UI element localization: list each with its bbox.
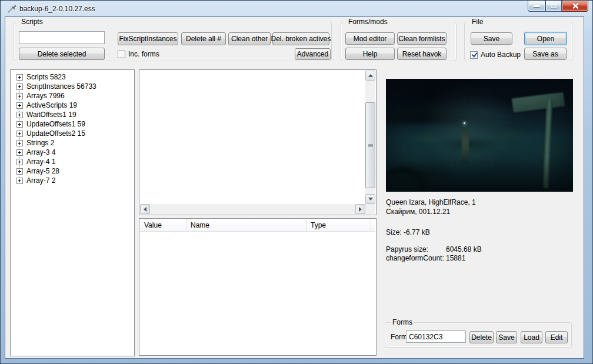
log-line — [145, 112, 361, 121]
clean-other-button[interactable]: Clean other — [228, 32, 271, 45]
expand-plus-icon[interactable] — [16, 168, 23, 175]
tree-item-label: ActiveScripts 19 — [26, 101, 77, 109]
scrollbar-thumb[interactable] — [365, 102, 375, 188]
expand-plus-icon[interactable] — [16, 93, 23, 99]
advanced-button[interactable]: Advanced — [295, 48, 331, 60]
expand-plus-icon[interactable] — [16, 178, 23, 184]
location-info-line: Скайрим, 001.12.21 — [386, 208, 450, 216]
delete-selected-button[interactable]: Delete selected — [19, 48, 105, 60]
tree-item[interactable]: UpdateOffsets1 59 — [11, 119, 134, 129]
triangle-right-icon — [359, 207, 362, 212]
inc-forms-checkbox[interactable]: Inc. forms — [118, 50, 159, 58]
log-line — [145, 104, 361, 112]
tree-item[interactable]: WaitOffsets1 19 — [11, 110, 134, 119]
mod-editor-button[interactable]: Mod editor — [345, 32, 395, 45]
delete-all-button[interactable]: Delete all # — [181, 32, 226, 45]
forms-mods-groupbox: Forms/mods Mod editor Clean formlists He… — [341, 22, 457, 61]
tree-item[interactable]: Array-3 4 — [11, 148, 134, 157]
reset-havok-button[interactable]: Reset havok — [397, 48, 447, 60]
tree-item[interactable]: Array-5 28 — [11, 166, 134, 176]
auto-backup-checkbox[interactable]: Auto Backup — [470, 51, 521, 59]
tree-item-label: Scripts 5823 — [26, 73, 66, 81]
expand-plus-icon[interactable] — [16, 140, 23, 146]
column-header-name[interactable]: Name — [186, 219, 307, 231]
log-line — [145, 170, 361, 178]
expand-plus-icon[interactable] — [16, 121, 23, 128]
maximize-button[interactable] — [545, 1, 562, 12]
triangle-up-icon — [368, 74, 373, 77]
titlebar[interactable]: backup-6_2-0.10.27.ess — [1, 1, 592, 17]
expand-plus-icon[interactable] — [16, 84, 23, 90]
formid-input[interactable] — [406, 330, 466, 343]
papyrus-size-value: 6045.68 kB — [446, 245, 482, 253]
size-info-line: Size: -6.77 kB — [386, 228, 430, 236]
vignette-overlay — [386, 79, 573, 192]
scrollbar-corner — [365, 204, 375, 214]
checkbox-box-icon[interactable] — [118, 51, 125, 58]
horizontal-scrollbar[interactable] — [140, 204, 365, 214]
scroll-right-button[interactable] — [355, 204, 365, 214]
log-line — [145, 96, 361, 104]
fix-script-instances-button[interactable]: FixScriptInstances — [118, 32, 178, 45]
tree-item[interactable]: ActiveScripts 19 — [11, 101, 134, 110]
expand-plus-icon[interactable] — [16, 159, 23, 165]
tree-item-label: Array-5 28 — [26, 167, 59, 175]
checkmark-icon[interactable] — [470, 51, 478, 59]
app-window: backup-6_2-0.10.27.ess Scripts Delete se… — [0, 0, 593, 364]
log-line — [145, 186, 361, 195]
maximize-icon — [551, 4, 557, 8]
window-title: backup-6_2-0.10.27.ess — [19, 5, 95, 13]
triangle-left-icon — [144, 207, 146, 212]
log-text — [140, 70, 365, 204]
expand-plus-icon[interactable] — [16, 74, 23, 81]
scroll-left-button[interactable] — [140, 204, 150, 214]
tree-item[interactable]: Array-4 1 — [11, 157, 134, 166]
minimize-button[interactable] — [528, 1, 545, 12]
form-load-button[interactable]: Load — [521, 331, 542, 343]
results-table[interactable]: Value Name Type — [139, 218, 377, 356]
forms-mods-group-label: Forms/mods — [347, 18, 389, 26]
form-edit-button[interactable]: Edit — [545, 331, 568, 343]
del-broken-actives-button[interactable]: Del. broken actives — [272, 32, 329, 45]
tree-item[interactable]: Strings 2 — [11, 138, 134, 148]
save-contents-tree[interactable]: Scripts 5823 ScriptInstances 56733 Array… — [10, 69, 135, 356]
column-header-value[interactable]: Value — [140, 219, 186, 231]
tree-item-label: Strings 2 — [26, 139, 54, 147]
scripts-filter-input[interactable] — [19, 31, 105, 44]
scripts-groupbox: Scripts Delete selected FixScriptInstanc… — [14, 22, 332, 61]
form-save-button[interactable]: Save — [496, 331, 517, 343]
save-button[interactable]: Save — [471, 32, 512, 45]
tree-item[interactable]: Scripts 5823 — [11, 72, 134, 82]
log-line — [145, 137, 361, 145]
save-as-button[interactable]: Save as — [524, 48, 567, 60]
table-body[interactable] — [140, 232, 375, 355]
log-line — [145, 129, 361, 137]
expand-plus-icon[interactable] — [16, 149, 23, 156]
open-button[interactable]: Open — [524, 32, 567, 45]
tree-item-label: ScriptInstances 56733 — [26, 82, 96, 91]
log-line — [145, 79, 361, 88]
auto-backup-label: Auto Backup — [481, 51, 521, 59]
scroll-down-button[interactable] — [365, 194, 375, 204]
expand-plus-icon[interactable] — [16, 102, 23, 109]
help-button[interactable]: Help — [345, 48, 395, 60]
tree-item[interactable]: ScriptInstances 56733 — [11, 82, 134, 91]
tree-item-label: Arrays 7996 — [26, 92, 65, 100]
tree-item[interactable]: Array-7 2 — [11, 176, 134, 185]
log-output-panel[interactable] — [139, 69, 377, 215]
column-header-type[interactable]: Type — [307, 219, 371, 231]
scripts-group-label: Scripts — [19, 18, 45, 26]
scroll-up-button[interactable] — [365, 71, 375, 81]
clean-formlists-button[interactable]: Clean formlists — [397, 32, 447, 45]
form-delete-button[interactable]: Delete — [469, 331, 494, 343]
close-button[interactable] — [562, 1, 588, 12]
tree-item[interactable]: Arrays 7996 — [11, 91, 134, 101]
vertical-scrollbar[interactable] — [365, 71, 375, 204]
log-line — [145, 145, 361, 153]
log-line — [145, 162, 361, 170]
log-line — [145, 195, 361, 203]
tree-item[interactable]: UpdateOffsets2 15 — [11, 129, 134, 138]
expand-plus-icon[interactable] — [16, 131, 23, 137]
expand-plus-icon[interactable] — [16, 112, 23, 118]
log-line — [145, 178, 361, 186]
